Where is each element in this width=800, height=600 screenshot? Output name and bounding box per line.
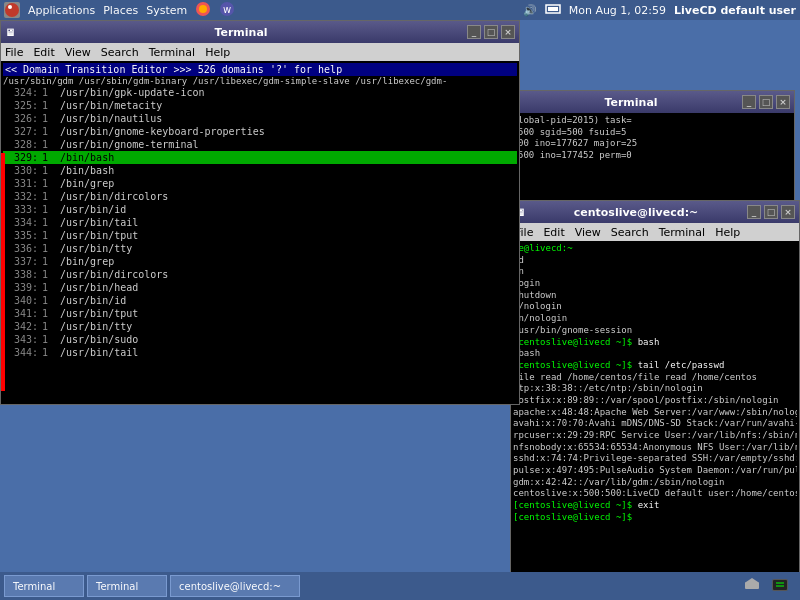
- row-text: /usr/bin/id: [60, 295, 126, 306]
- row-text: /usr/bin/tty: [60, 321, 132, 332]
- user-label: LiveCD default user: [674, 4, 796, 17]
- row-val: 1: [42, 243, 60, 254]
- terminal-main-window: 🖥 Terminal _ □ × File Edit View Search T…: [0, 20, 520, 405]
- terminal-main-menubar: File Edit View Search Terminal Help: [1, 43, 519, 61]
- close-btn-main[interactable]: ×: [501, 25, 515, 39]
- taskbar-terminal2[interactable]: Terminal: [87, 575, 167, 597]
- row-text: /usr/bin/gnome-keyboard-properties: [60, 126, 265, 137]
- list-item: in/nologin: [513, 313, 797, 325]
- table-row: 343:1 /usr/bin/sudo: [3, 333, 517, 346]
- menu-file[interactable]: File: [5, 46, 23, 59]
- places-menu[interactable]: Places: [103, 4, 138, 17]
- system-menu[interactable]: System: [146, 4, 187, 17]
- row-text: /bin/bash: [60, 165, 114, 176]
- list-item: [centoslive@livecd ~]$ tail /etc/passwd: [513, 360, 797, 372]
- topbar: Applications Places System w 🔊 Mon Aug 1…: [0, 0, 800, 20]
- row-num: 337:: [3, 256, 38, 267]
- taskbar-notification-icon: [744, 577, 760, 596]
- minimize-btn-info[interactable]: _: [742, 95, 756, 109]
- path-line: /usr/sbin/gdm /usr/sbin/gdm-binary /usr/…: [3, 76, 517, 86]
- table-row: 340:1 /usr/bin/id: [3, 294, 517, 307]
- row-text: /usr/bin/sudo: [60, 334, 138, 345]
- row-text: /usr/bin/tput: [60, 230, 138, 241]
- menu-view[interactable]: View: [65, 46, 91, 59]
- menu2-view[interactable]: View: [575, 226, 601, 239]
- menu2-edit[interactable]: Edit: [543, 226, 564, 239]
- menu-help[interactable]: Help: [205, 46, 230, 59]
- row-num: 335:: [3, 230, 38, 241]
- window-controls-main: 🖥: [5, 27, 15, 38]
- row-num: 343:: [3, 334, 38, 345]
- terminal-centoslive-content[interactable]: re@livecd:~wdinloginshutdownn/nologinin/…: [511, 241, 799, 584]
- row-text: /usr/bin/metacity: [60, 100, 162, 111]
- domain-editor-header: << Domain Transition Editor >>> 526 doma…: [3, 63, 517, 76]
- table-row: 335:1 /usr/bin/tput: [3, 229, 517, 242]
- table-row: 338:1 /usr/bin/dircolors: [3, 268, 517, 281]
- taskbar-centoslive[interactable]: centoslive@livecd:~: [170, 575, 300, 597]
- terminal-icon-small: 🖥: [5, 27, 15, 38]
- table-row: 329:1 /bin/bash: [3, 151, 517, 164]
- minimize-btn-main[interactable]: _: [467, 25, 481, 39]
- red-border-indicator: [1, 153, 5, 391]
- taskbar-terminal1-label: Terminal: [13, 581, 55, 592]
- row-val: 1: [42, 113, 60, 124]
- minimize-btn-centoslive[interactable]: _: [747, 205, 761, 219]
- row-val: 1: [42, 282, 60, 293]
- svg-rect-46: [745, 582, 759, 589]
- terminal-info-titlebar: Terminal _ □ ×: [516, 91, 794, 113]
- terminal-main-content[interactable]: << Domain Transition Editor >>> 526 doma…: [1, 61, 519, 404]
- table-row: 344:1 /usr/bin/tail: [3, 346, 517, 359]
- list-item: postfix:x:89:89::/var/spool/postfix:/sbi…: [513, 395, 797, 407]
- terminal-info-content[interactable]: lobal-pid=2015) task=500 sgid=500 fsuid=…: [516, 113, 794, 209]
- svg-rect-49: [773, 580, 787, 590]
- row-text: /usr/bin/tail: [60, 347, 138, 358]
- row-num: 327:: [3, 126, 38, 137]
- table-row: 327:1 /usr/bin/gnome-keyboard-properties: [3, 125, 517, 138]
- maximize-btn-main[interactable]: □: [484, 25, 498, 39]
- table-row: 339:1 /usr/bin/head: [3, 281, 517, 294]
- table-row: 337:1 /bin/grep: [3, 255, 517, 268]
- topbar-right: 🔊 Mon Aug 1, 02:59 LiveCD default user: [523, 1, 796, 20]
- list-item: 500 ino=177452 perm=0: [518, 150, 792, 162]
- row-text: /usr/bin/head: [60, 282, 138, 293]
- row-num: 332:: [3, 191, 38, 202]
- row-text: /usr/bin/dircolors: [60, 191, 168, 202]
- row-num: 331:: [3, 178, 38, 189]
- menu2-terminal[interactable]: Terminal: [659, 226, 706, 239]
- window-buttons-centoslive[interactable]: _ □ ×: [747, 205, 795, 219]
- table-row: 326:1 /usr/bin/nautilus: [3, 112, 517, 125]
- firefox-icon[interactable]: [195, 1, 211, 20]
- term-rows: 324:1 /usr/bin/gpk-update-icon325:1 /usr…: [3, 86, 517, 359]
- row-num: 326:: [3, 113, 38, 124]
- svg-point-1: [8, 5, 12, 9]
- row-text: /usr/bin/dircolors: [60, 269, 168, 280]
- svg-text:w: w: [223, 4, 231, 15]
- row-text: /usr/bin/gpk-update-icon: [60, 87, 205, 98]
- applications-menu[interactable]: Applications: [28, 4, 95, 17]
- taskbar-terminal1[interactable]: Terminal: [4, 575, 84, 597]
- list-item: pulse:x:497:495:PulseAudio System Daemon…: [513, 465, 797, 477]
- menu2-help[interactable]: Help: [715, 226, 740, 239]
- menu2-search[interactable]: Search: [611, 226, 649, 239]
- row-val: 1: [42, 139, 60, 150]
- row-val: 1: [42, 230, 60, 241]
- maximize-btn-info[interactable]: □: [759, 95, 773, 109]
- menu-edit[interactable]: Edit: [33, 46, 54, 59]
- window-buttons-info[interactable]: _ □ ×: [742, 95, 790, 109]
- terminal-centoslive-window: 🖥 centoslive@livecd:~ _ □ × File Edit Vi…: [510, 200, 800, 585]
- table-row: 334:1 /usr/bin/tail: [3, 216, 517, 229]
- list-item: /bash: [513, 348, 797, 360]
- window-buttons-main[interactable]: _ □ ×: [467, 25, 515, 39]
- list-item: shutdown: [513, 290, 797, 302]
- menu-terminal[interactable]: Terminal: [149, 46, 196, 59]
- menu-search[interactable]: Search: [101, 46, 139, 59]
- apps-icon: [4, 2, 20, 18]
- row-num: 334:: [3, 217, 38, 228]
- row-text: /bin/bash: [60, 152, 114, 163]
- table-row: 330:1 /bin/bash: [3, 164, 517, 177]
- close-btn-centoslive[interactable]: ×: [781, 205, 795, 219]
- network-icon[interactable]: w: [219, 1, 235, 20]
- volume-icon: 🔊: [523, 4, 537, 17]
- maximize-btn-centoslive[interactable]: □: [764, 205, 778, 219]
- close-btn-info[interactable]: ×: [776, 95, 790, 109]
